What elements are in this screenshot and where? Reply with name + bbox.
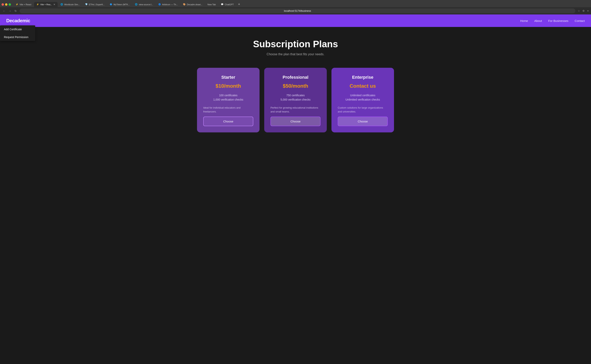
tab-label: MyToken (MTK... [113, 3, 130, 6]
menu-button[interactable]: ≡ [586, 9, 590, 13]
plan-price-enterprise: Contact us [338, 83, 388, 89]
tab-label: Arbitrum — Th... [162, 3, 178, 6]
dropdown-menu: Add Certificate Request Permission [0, 25, 35, 41]
new-tab-button[interactable]: + [237, 1, 242, 7]
maximize-window-button[interactable] [9, 3, 11, 6]
main-nav: Home About For Businesses Contact [520, 19, 585, 22]
traffic-lights [1, 3, 11, 6]
plan-name-starter: Starter [203, 75, 253, 80]
forward-button[interactable]: → [7, 9, 13, 13]
feature-enterprise-1: Unlimited certificates [338, 94, 388, 97]
tab-bar: ⚡ Vite + React ⚡ Vite + Rea... ✕ 🌐 World… [0, 0, 591, 7]
tab-arbitrum[interactable]: 🔵 Arbitrum — Th... [156, 2, 180, 7]
page-subtitle: Choose the plan that best fits your need… [266, 52, 324, 56]
tab-label: Worldcoin Sim... [64, 3, 80, 6]
tab-favicon: ⚡ [16, 3, 18, 6]
plan-features-starter: 100 certificates 1,000 verification chec… [203, 92, 253, 103]
tab-favicon: ⚡ [36, 3, 39, 6]
nav-contact[interactable]: Contact [575, 19, 585, 22]
bookmark-button[interactable]: ☆ [577, 9, 581, 13]
minimize-window-button[interactable] [5, 3, 7, 6]
tab-label: New Tab [207, 3, 216, 6]
reload-button[interactable]: ↻ [13, 9, 18, 13]
tab-favicon: 🎨 [183, 3, 186, 6]
tab-ethx[interactable]: 💎 ETHx | Superfi... [83, 2, 107, 7]
plan-description-enterprise: Custom solutions for large organizations… [338, 106, 388, 113]
tab-chatgpt[interactable]: 💬 ChatGPT [219, 2, 236, 7]
browser-toolbar-right: ☆ ⚙ ≡ [577, 9, 590, 13]
choose-professional-button[interactable]: Choose [271, 117, 320, 126]
plan-card-professional: Professional $50/month 750 certificates … [264, 68, 327, 132]
back-button[interactable]: ← [1, 9, 7, 13]
main-content: Subscription Plans Choose the plan that … [0, 27, 591, 364]
tab-favicon: 🔷 [110, 3, 112, 6]
tab-favicon: 💎 [85, 3, 88, 6]
address-input[interactable] [20, 8, 575, 13]
tab-favicon: 💬 [221, 3, 224, 6]
nav-for-businesses[interactable]: For Businesses [548, 19, 568, 22]
browser-chrome: ⚡ Vite + React ⚡ Vite + Rea... ✕ 🌐 World… [0, 0, 591, 14]
plan-card-starter: Starter $10/month 100 certificates 1,000… [197, 68, 259, 132]
tab-newtab[interactable]: New Tab [205, 2, 218, 7]
dropdown-add-certificate[interactable]: Add Certificate [0, 25, 35, 33]
choose-starter-button[interactable]: Choose [203, 117, 253, 126]
tab-label: ChatGPT [225, 3, 234, 6]
plan-price-professional: $50/month [271, 83, 320, 89]
plan-price-starter: $10/month [203, 83, 253, 89]
tab-favicon: 🌐 [135, 3, 138, 6]
tab-decadm[interactable]: 🎨 Decadm.drawi... [181, 2, 205, 7]
close-window-button[interactable] [1, 3, 4, 6]
tab-viewsource[interactable]: 🌐 view-source:l... [133, 2, 155, 7]
tab-vite-react-1[interactable]: ⚡ Vite + React [13, 2, 34, 7]
plan-name-enterprise: Enterprise [338, 75, 388, 80]
page-title: Subscription Plans [253, 39, 338, 49]
tab-label: ETHx | Superfi... [89, 3, 105, 6]
app-logo: Decademic [6, 18, 30, 23]
tab-favicon: 🌐 [60, 3, 63, 6]
app-header: Decademic Home About For Businesses Cont… [0, 14, 591, 27]
nav-about[interactable]: About [534, 19, 542, 22]
plan-description-professional: Perfect for growing educational institut… [271, 106, 320, 113]
plan-name-professional: Professional [271, 75, 320, 80]
dropdown-request-permission[interactable]: Request Permission [0, 33, 35, 41]
tab-mytoken[interactable]: 🔷 MyToken (MTK... [107, 2, 132, 7]
tab-label: Vite + React [20, 3, 31, 6]
feature-starter-1: 100 certificates [203, 94, 253, 97]
plans-container: Starter $10/month 100 certificates 1,000… [188, 68, 403, 132]
tab-favicon: 🔵 [158, 3, 161, 6]
feature-enterprise-2: Unlimited verification checks [338, 98, 388, 101]
tab-worldcoin[interactable]: 🌐 Worldcoin Sim... [58, 2, 82, 7]
feature-starter-2: 1,000 verification checks [203, 98, 253, 101]
tab-label: Decadm.drawi... [187, 3, 202, 6]
feature-professional-2: 5,000 verification checks [271, 98, 320, 101]
address-bar-row: ← → ↻ ☆ ⚙ ≡ [0, 7, 591, 14]
nav-home[interactable]: Home [520, 19, 528, 22]
plan-features-enterprise: Unlimited certificates Unlimited verific… [338, 92, 388, 103]
choose-enterprise-button[interactable]: Choose [338, 117, 388, 126]
plan-features-professional: 750 certificates 5,000 verification chec… [271, 92, 320, 103]
feature-professional-1: 750 certificates [271, 94, 320, 97]
extensions-button[interactable]: ⚙ [582, 9, 585, 13]
nav-buttons: ← → ↻ [1, 9, 18, 13]
tab-label: view-source:l... [139, 3, 153, 6]
plan-card-enterprise: Enterprise Contact us Unlimited certific… [332, 68, 394, 132]
tab-vite-react-active[interactable]: ⚡ Vite + Rea... ✕ [34, 2, 58, 7]
close-tab-button[interactable]: ✕ [53, 3, 55, 6]
plan-description-starter: Ideal for individual educators and freel… [203, 106, 253, 113]
tab-label: Vite + Rea... [40, 3, 52, 6]
